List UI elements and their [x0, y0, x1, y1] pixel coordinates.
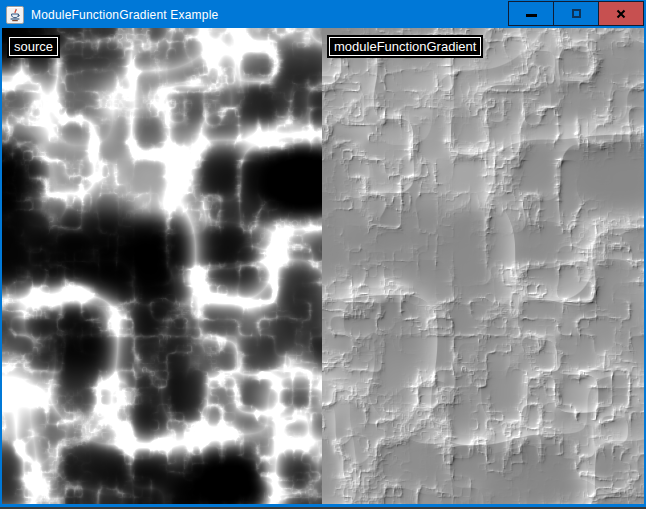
window-controls	[509, 1, 644, 26]
close-button[interactable]	[598, 1, 644, 26]
window-title: ModuleFunctionGradient Example	[31, 2, 509, 28]
gradient-image	[322, 28, 644, 504]
java-cup-icon	[8, 8, 22, 22]
source-panel: source	[2, 28, 322, 504]
app-window: ModuleFunctionGradient Example source	[0, 0, 646, 509]
title-bar[interactable]: ModuleFunctionGradient Example	[2, 2, 644, 28]
close-icon	[616, 9, 626, 19]
content-area: source moduleFunctionGradient	[2, 28, 644, 504]
source-label-box: source	[7, 35, 60, 58]
source-label: source	[9, 37, 58, 56]
maximize-button[interactable]	[553, 1, 599, 26]
minimize-button[interactable]	[508, 1, 554, 26]
maximize-icon	[572, 9, 581, 18]
gradient-panel: moduleFunctionGradient	[322, 28, 644, 504]
gradient-label-box: moduleFunctionGradient	[327, 35, 483, 58]
window-menu-button[interactable]	[6, 6, 24, 24]
source-image	[2, 28, 322, 504]
minimize-icon	[526, 14, 537, 17]
gradient-label: moduleFunctionGradient	[329, 37, 481, 56]
